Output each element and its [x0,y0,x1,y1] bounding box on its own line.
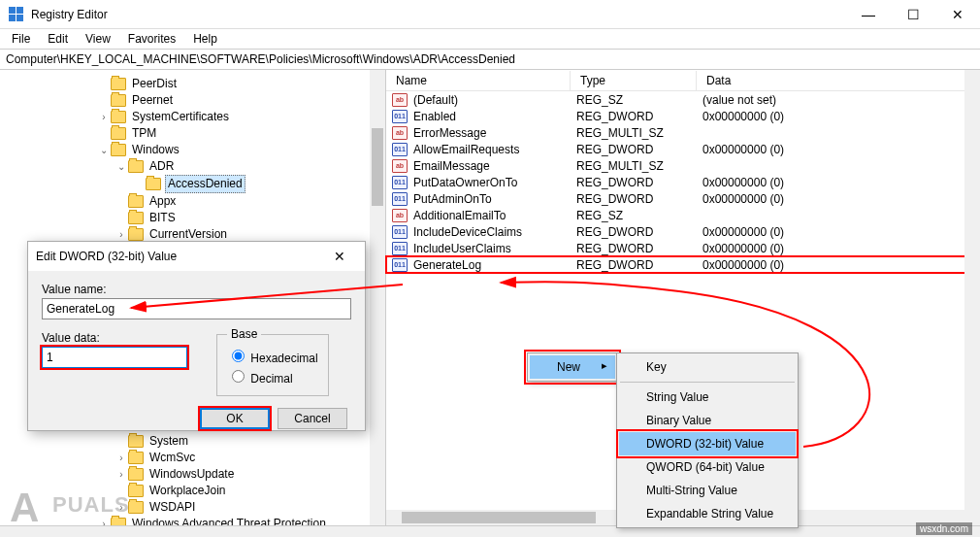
context-menu-new-parent: New [527,352,618,382]
context-item-binary[interactable]: Binary Value [619,409,796,432]
tree-item-appx[interactable]: Appx [8,193,385,210]
address-text: Computer\HKEY_LOCAL_MACHINE\SOFTWARE\Pol… [6,52,515,66]
tree-item-peernet[interactable]: Peernet [8,92,385,109]
value-row[interactable]: abEmailMessageREG_MULTI_SZ [386,157,980,174]
value-type: REG_DWORD [576,110,702,123]
column-name[interactable]: Name [386,71,571,90]
dialog-title: Edit DWORD (32-bit) Value [36,250,177,263]
string-icon: ab [392,209,408,222]
value-type: REG_DWORD [576,143,702,156]
dword-icon: 011 [392,110,408,123]
tree-item-wcmsvc[interactable]: ›WcmSvc [8,450,385,466]
dword-icon: 011 [392,143,408,156]
context-item-qword[interactable]: QWORD (64-bit) Value [619,455,796,479]
dword-icon: 011 [392,225,408,239]
value-type: REG_MULTI_SZ [576,126,702,140]
app-icon [8,7,23,22]
value-row[interactable]: 011IncludeUserClaimsREG_DWORD0x00000000 … [386,240,980,256]
value-name: PutDataOwnerOnTo [413,176,576,189]
window-title: Registry Editor [31,8,846,21]
radio-dec[interactable]: Decimal [227,367,318,386]
context-item-expandable[interactable]: Expandable String Value [619,502,796,525]
dialog-close-button[interactable]: ✕ [322,249,357,264]
context-menu-new-submenu: Key String Value Binary Value DWORD (32-… [616,352,799,528]
value-type: REG_DWORD [576,176,702,189]
value-name: IncludeDeviceClaims [413,225,576,239]
ok-button[interactable]: OK [200,408,270,429]
tree-item-bits[interactable]: BITS [8,210,385,226]
value-row[interactable]: 011PutAdminOnToREG_DWORD0x00000000 (0) [386,190,980,207]
value-name: IncludeUserClaims [413,242,576,255]
value-name-input[interactable] [42,298,351,319]
edit-dword-dialog: Edit DWORD (32-bit) Value ✕ Value name: … [27,241,366,431]
cancel-button[interactable]: Cancel [278,408,347,429]
watermark-text: PUALS [52,492,130,518]
address-bar[interactable]: Computer\HKEY_LOCAL_MACHINE\SOFTWARE\Pol… [0,49,980,70]
value-data: 0x00000000 (0) [702,143,980,156]
value-name: GenerateLog [413,258,576,272]
dword-icon: 011 [392,242,408,255]
value-row[interactable]: ab(Default)REG_SZ(value not set) [386,91,980,108]
value-name: EmailMessage [413,159,576,173]
tree-item-peerdist[interactable]: PeerDist [8,76,385,92]
maximize-button[interactable]: ☐ [891,0,935,28]
base-legend: Base [227,327,261,341]
menu-view[interactable]: View [78,30,118,48]
value-row[interactable]: 011AllowEmailRequestsREG_DWORD0x00000000… [386,141,980,157]
dword-icon: 011 [392,258,408,272]
value-data: 0x00000000 (0) [702,225,980,239]
values-v-scrollbar[interactable] [964,70,980,525]
context-item-dword[interactable]: DWORD (32-bit) Value [619,432,796,455]
menu-favorites[interactable]: Favorites [120,30,183,48]
string-icon: ab [392,93,408,107]
tree-item-windowsupdate[interactable]: ›WindowsUpdate [8,466,385,483]
column-data[interactable]: Data [697,71,980,90]
value-type: REG_DWORD [576,225,702,239]
title-bar: Registry Editor — ☐ ✕ [0,0,980,29]
base-group: Base Hexadecimal Decimal [216,327,329,396]
dword-icon: 011 [392,192,408,206]
value-row[interactable]: 011EnabledREG_DWORD0x00000000 (0) [386,108,980,124]
context-separator [620,382,795,383]
string-icon: ab [392,126,408,140]
values-header: Name Type Data [386,70,980,91]
tree-item-tpm[interactable]: TPM [8,125,385,142]
context-item-multistring[interactable]: Multi-String Value [619,479,796,502]
value-name: Enabled [413,110,576,123]
tree-item-systemcertificates[interactable]: ›SystemCertificates [8,109,385,125]
value-name: PutAdminOnTo [413,192,576,206]
menu-help[interactable]: Help [185,30,225,48]
status-bar [0,525,980,537]
value-row[interactable]: 011PutDataOwnerOnToREG_DWORD0x00000000 (… [386,174,980,190]
value-row[interactable]: abErrorMessageREG_MULTI_SZ [386,124,980,141]
context-item-new[interactable]: New [530,355,615,379]
value-type: REG_SZ [576,93,702,107]
value-row[interactable]: abAdditionalEmailToREG_SZ [386,207,980,223]
value-row[interactable]: 011IncludeDeviceClaimsREG_DWORD0x0000000… [386,223,980,240]
value-data: 0x00000000 (0) [702,176,980,189]
watermark-logo: A [10,485,39,531]
tree-item-accessdenied[interactable]: AccessDenied [8,175,385,193]
value-type: REG_DWORD [576,192,702,206]
value-type: REG_SZ [576,209,702,222]
tree-item-windows[interactable]: ⌄Windows [8,142,385,158]
column-type[interactable]: Type [571,71,697,90]
minimize-button[interactable]: — [846,0,891,28]
tree-scrollbar[interactable] [370,70,385,525]
value-data-input[interactable] [42,347,187,368]
string-icon: ab [392,159,408,173]
context-item-key[interactable]: Key [619,355,796,379]
value-name: AdditionalEmailTo [413,209,576,222]
value-name: AllowEmailRequests [413,143,576,156]
context-item-string[interactable]: String Value [619,386,796,409]
value-data-label: Value data: [42,331,187,345]
value-row[interactable]: 011GenerateLogREG_DWORD0x00000000 (0) [386,256,980,273]
menu-edit[interactable]: Edit [40,30,76,48]
close-button[interactable]: ✕ [935,0,980,28]
value-type: REG_DWORD [576,242,702,255]
tree-item-adr[interactable]: ⌄ADR [8,158,385,175]
value-data: 0x00000000 (0) [702,192,980,206]
radio-hex[interactable]: Hexadecimal [227,347,318,365]
dword-icon: 011 [392,176,408,189]
menu-file[interactable]: File [4,30,38,48]
